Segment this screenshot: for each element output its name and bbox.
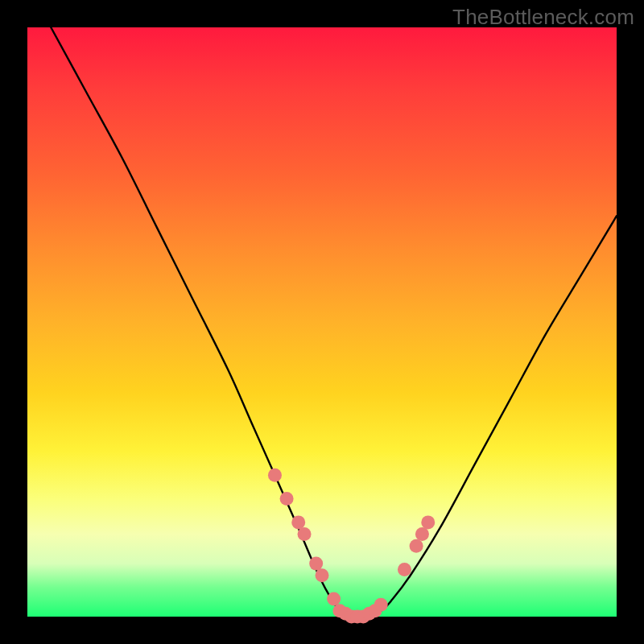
watermark-text: TheBottleneck.com [452, 5, 634, 30]
highlight-dot [398, 563, 411, 576]
bottleneck-curve [51, 27, 617, 617]
highlight-dot [268, 469, 282, 482]
plot-area [27, 27, 617, 617]
chart-frame: TheBottleneck.com [0, 0, 644, 644]
highlight-dot [316, 568, 329, 582]
highlight-dot [415, 527, 429, 541]
highlight-dot [291, 515, 305, 529]
curve-layer [27, 27, 617, 617]
highlight-dots [268, 469, 435, 624]
highlight-dot [309, 557, 323, 571]
highlight-dot [298, 527, 312, 541]
highlight-dot [327, 592, 341, 606]
highlight-dot [421, 515, 435, 529]
highlight-dot [374, 598, 388, 612]
highlight-dot [280, 492, 294, 506]
highlight-dot [410, 539, 423, 553]
